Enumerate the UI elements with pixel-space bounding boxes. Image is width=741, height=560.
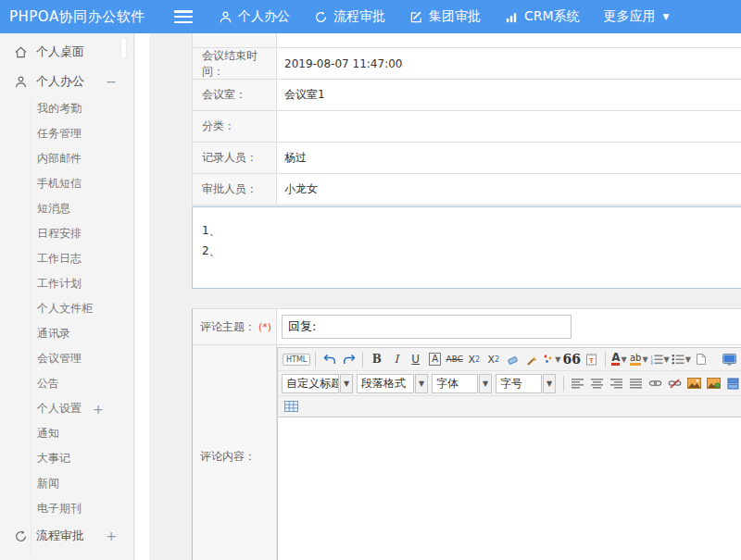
- toolbar-separator: [315, 352, 316, 367]
- table-row-comment-content: 评论内容： HTML B: [193, 345, 741, 560]
- nav-crm-system[interactable]: CRM系统: [505, 8, 580, 25]
- table-row-end-time: 会议结束时间： 2019-08-07 11:47:00: [193, 48, 741, 80]
- sidebar-item-e-journal[interactable]: 电子期刊: [0, 496, 133, 521]
- sidebar-item-label: 任务管理: [37, 126, 82, 142]
- sidebar-item-personal-office[interactable]: 个人办公 −: [0, 67, 133, 96]
- toolbar-separator: [362, 352, 363, 367]
- sidebar-item-personal-files[interactable]: 个人文件柜: [0, 296, 133, 321]
- heading-select[interactable]: 自定义标题 ▼: [282, 374, 353, 393]
- media-icon[interactable]: [724, 375, 741, 392]
- sidebar-item-task-management[interactable]: 任务管理: [0, 121, 133, 146]
- font-name-button[interactable]: A: [426, 351, 444, 368]
- form-value-cell: [277, 309, 741, 344]
- scrollbar-track[interactable]: [135, 33, 149, 560]
- sidebar-item-schedule[interactable]: 日程安排: [0, 221, 133, 246]
- bold-button[interactable]: B: [368, 351, 385, 368]
- caret-down-icon: ▼: [663, 12, 670, 21]
- editor-content-area[interactable]: [278, 417, 741, 560]
- svg-text:T: T: [589, 357, 594, 365]
- font-color-button[interactable]: A▼: [610, 351, 628, 368]
- toolbar-separator: [605, 352, 606, 367]
- rich-text-editor: HTML B I U A ABC X2: [277, 347, 741, 560]
- table-row-recorder: 记录人员： 杨过: [193, 143, 741, 174]
- sidebar-item-work-plan[interactable]: 工作计划: [0, 271, 133, 296]
- paragraph-format-select[interactable]: 段落格式 ▼: [357, 374, 428, 393]
- sidebar-item-work-log[interactable]: 工作日志: [0, 246, 133, 271]
- nav-group-approval[interactable]: 集团审批: [409, 8, 481, 25]
- redo-icon[interactable]: [340, 351, 358, 368]
- unordered-list-button[interactable]: ▼: [672, 351, 691, 368]
- strikethrough-button[interactable]: ABC: [446, 351, 463, 368]
- sidebar-item-my-attendance[interactable]: 我的考勤: [0, 96, 133, 121]
- sidebar-item-contacts[interactable]: 通讯录: [0, 321, 133, 346]
- form-label: 记录人员：: [193, 143, 277, 173]
- sidebar-item-mobile-sms[interactable]: 手机短信: [0, 171, 133, 196]
- new-page-icon[interactable]: [693, 351, 710, 368]
- sidebar-scrollbar-thumb[interactable]: [120, 37, 127, 59]
- caret-down-icon: ▼: [664, 355, 670, 364]
- nav-workflow-approval[interactable]: 流程审批: [314, 8, 385, 25]
- top-nav: 个人办公 流程审批 集团审批: [219, 8, 670, 25]
- ordered-list-button[interactable]: 123 ▼: [650, 351, 670, 368]
- caret-down-icon[interactable]: ▼: [415, 374, 428, 393]
- sidebar-item-personal-settings[interactable]: 个人设置 +: [0, 396, 133, 421]
- edit-square-icon: [409, 10, 423, 24]
- comment-subject-input[interactable]: [282, 315, 571, 339]
- paste-plain-icon[interactable]: T: [583, 351, 600, 368]
- align-left-icon[interactable]: [569, 375, 586, 392]
- nav-label: CRM系统: [524, 8, 580, 25]
- align-center-icon[interactable]: [588, 375, 606, 392]
- sidebar: 个人桌面 个人办公 − 我的考勤 任务管理 内部邮件 手机短信 短消息 日程安排…: [0, 33, 134, 560]
- nav-more-apps[interactable]: 更多应用 ▼: [604, 8, 670, 25]
- form-label: 审批人员：: [193, 174, 277, 205]
- table-icon[interactable]: [283, 398, 300, 416]
- caret-down-icon[interactable]: ▼: [479, 374, 492, 393]
- html-source-button[interactable]: HTML: [283, 351, 310, 368]
- hamburger-icon[interactable]: [174, 10, 193, 23]
- eraser-icon[interactable]: [504, 351, 521, 368]
- comment-subject-label: 评论主题：: [200, 319, 256, 335]
- quick-format-icon[interactable]: ▼: [543, 351, 560, 368]
- sidebar-item-personal-desktop[interactable]: 个人桌面: [0, 37, 133, 67]
- italic-button[interactable]: I: [387, 351, 405, 368]
- sidebar-item-label: 个人文件柜: [37, 301, 93, 317]
- underline-button[interactable]: U: [407, 351, 424, 368]
- expand-icon[interactable]: +: [106, 529, 117, 543]
- home-icon: [13, 44, 28, 59]
- undo-icon[interactable]: [320, 351, 338, 368]
- sidebar-item-label: 工作日志: [37, 251, 82, 267]
- sidebar-item-announcement[interactable]: 公告: [0, 371, 133, 396]
- align-justify-icon[interactable]: [627, 375, 645, 392]
- sidebar-item-major-events[interactable]: 大事记: [0, 446, 133, 471]
- sidebar-item-meeting-management[interactable]: 会议管理: [0, 346, 133, 371]
- font-family-select[interactable]: 字体 ▼: [432, 374, 492, 393]
- sidebar-item-notice[interactable]: 通知: [0, 421, 133, 446]
- image-icon[interactable]: [685, 375, 703, 392]
- sidebar-item-label: 会议管理: [37, 351, 82, 367]
- subscript-button[interactable]: X2: [484, 351, 502, 368]
- highlight-color-button[interactable]: ab▼: [630, 351, 648, 368]
- sidebar-item-label: 新闻: [37, 476, 59, 492]
- nav-personal-office[interactable]: 个人办公: [219, 8, 290, 25]
- unlink-icon[interactable]: [666, 375, 684, 392]
- sidebar-item-internal-mail[interactable]: 内部邮件: [0, 146, 133, 171]
- sidebar-item-workflow-approval[interactable]: 流程审批 +: [0, 521, 133, 551]
- sidebar-item-label: 手机短信: [37, 176, 82, 192]
- sidebar-item-news[interactable]: 新闻: [0, 471, 133, 496]
- fullscreen-icon[interactable]: [721, 351, 738, 368]
- align-right-icon[interactable]: [608, 375, 625, 392]
- caret-down-icon[interactable]: ▼: [340, 374, 353, 393]
- link-icon[interactable]: [647, 375, 664, 392]
- blockquote-button[interactable]: 66: [562, 351, 580, 368]
- content-line: 2、: [202, 241, 741, 261]
- caret-down-icon[interactable]: ▼: [543, 374, 556, 393]
- expand-icon[interactable]: +: [93, 402, 104, 417]
- sidebar-item-label: 个人办公: [36, 73, 84, 90]
- font-size-select[interactable]: 字号 ▼: [496, 374, 556, 393]
- format-brush-icon[interactable]: [523, 351, 541, 368]
- svg-text:3: 3: [650, 361, 653, 365]
- sidebar-item-short-message[interactable]: 短消息: [0, 196, 133, 221]
- collapse-icon[interactable]: −: [106, 74, 117, 89]
- superscript-button[interactable]: X2: [465, 351, 483, 368]
- embed-image-icon[interactable]: [705, 375, 722, 392]
